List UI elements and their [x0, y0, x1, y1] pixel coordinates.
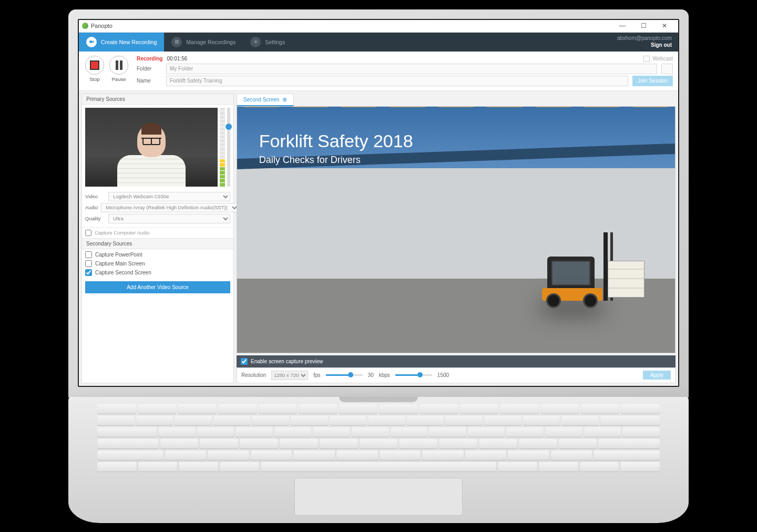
recording-status: Recording	[137, 56, 162, 62]
folder-input[interactable]	[166, 64, 657, 74]
svg-rect-2	[175, 42, 179, 42]
app-name: Panopto	[91, 23, 112, 29]
window-minimize-button[interactable]: —	[612, 19, 633, 32]
window-titlebar: Panopto — ☐ ✕	[79, 20, 678, 33]
audio-source-select[interactable]: Microphone Array (Realtek High Definitio…	[101, 203, 239, 212]
nav-manage-recordings[interactable]: Manage Recordings	[164, 33, 243, 52]
laptop-keyboard	[97, 404, 660, 473]
fps-value: 30	[368, 372, 374, 378]
capture-computer-audio-label: Capture Computer Audio	[95, 230, 150, 236]
pause-button[interactable]: Pause	[108, 56, 129, 86]
name-input[interactable]	[166, 76, 628, 86]
nav-create-recording[interactable]: Create New Recording	[79, 33, 164, 52]
pause-icon	[116, 60, 122, 70]
account-block: abxhorn@panopto.com Sign out	[611, 33, 678, 52]
fps-label: fps	[313, 372, 320, 378]
primary-sources-header: Primary Sources	[82, 94, 233, 105]
nav-manage-label: Manage Recordings	[186, 39, 236, 45]
audio-gain-slider[interactable]	[227, 108, 230, 187]
capture-second-screen-checkbox[interactable]	[85, 269, 92, 276]
svg-rect-1	[175, 40, 179, 40]
window-maximize-button[interactable]: ☐	[633, 19, 654, 32]
recording-infobar: Stop Pause Recording 00:01:56 Webc	[79, 52, 678, 91]
enable-preview-checkbox[interactable]	[241, 358, 248, 365]
nav-settings-label: Settings	[265, 39, 285, 45]
quality-select[interactable]: Ultra	[108, 214, 230, 223]
svg-rect-0	[89, 40, 93, 43]
top-nav: Create New Recording Manage Recordings S…	[79, 33, 678, 52]
join-session-button[interactable]: Join Session	[632, 76, 673, 86]
app-logo-icon	[82, 23, 88, 29]
secondary-sources-header: Secondary Sources	[82, 239, 233, 249]
stop-icon	[90, 60, 99, 70]
resolution-select[interactable]: 1280 x 720	[271, 371, 308, 380]
stop-button[interactable]: Stop	[84, 56, 105, 86]
video-source-label: Video	[85, 193, 105, 199]
tab-second-screen[interactable]: Second Screen ⊗	[237, 94, 294, 106]
primary-sources-panel: Primary Sources	[81, 94, 234, 383]
audio-source-label: Audio	[85, 204, 98, 210]
capture-powerpoint-checkbox[interactable]	[85, 251, 92, 258]
laptop-trackpad	[294, 478, 463, 516]
webcast-label: Webcast	[652, 56, 673, 62]
video-source-select[interactable]: Logitech Webcam C930e	[108, 192, 230, 201]
webcam-preview	[85, 108, 218, 187]
window-close-button[interactable]: ✕	[654, 19, 675, 32]
preview-panel: Second Screen ⊗	[237, 94, 676, 383]
svg-rect-3	[175, 43, 179, 43]
camera-icon	[86, 37, 97, 47]
slide-subtitle: Daily Checks for Drivers	[259, 155, 413, 166]
screen-capture-preview: Forklift Safety 2018 Daily Checks for Dr…	[237, 106, 676, 353]
audio-level-meter	[220, 108, 225, 187]
capture-main-screen-checkbox[interactable]	[85, 260, 92, 267]
apply-button[interactable]: Apply	[643, 371, 671, 380]
folder-browse-button[interactable]	[661, 64, 673, 74]
list-icon	[171, 37, 182, 47]
nav-settings[interactable]: Settings	[243, 33, 292, 52]
laptop-base	[68, 397, 689, 523]
forklift-graphic	[537, 240, 631, 308]
secondary-source-item[interactable]: Capture Second Screen	[85, 268, 230, 277]
sign-out-link[interactable]: Sign out	[617, 42, 672, 48]
add-video-source-button[interactable]: Add Another Video Source	[85, 281, 230, 293]
fps-slider[interactable]	[326, 374, 363, 376]
account-email: abxhorn@panopto.com	[617, 35, 672, 42]
folder-label: Folder	[137, 66, 162, 71]
capture-computer-audio-checkbox[interactable]	[85, 230, 91, 236]
resolution-label: Resolution	[241, 372, 266, 378]
kbps-label: kbps	[379, 372, 390, 378]
enable-preview-label: Enable screen capture preview	[251, 359, 323, 364]
gear-icon	[250, 37, 261, 47]
kbps-value: 1500	[437, 372, 449, 378]
secondary-source-item[interactable]: Capture PowerPoint	[85, 250, 230, 259]
slide-title: Forklift Safety 2018	[259, 131, 413, 151]
secondary-source-item[interactable]: Capture Main Screen	[85, 259, 230, 268]
kbps-slider[interactable]	[395, 374, 432, 376]
name-label: Name	[137, 78, 162, 84]
nav-create-label: Create New Recording	[101, 39, 157, 45]
close-icon[interactable]: ⊗	[282, 96, 287, 103]
recording-timer: 00:01:56	[167, 56, 187, 62]
webcast-checkbox[interactable]	[643, 56, 650, 62]
quality-label: Quality	[85, 216, 105, 221]
